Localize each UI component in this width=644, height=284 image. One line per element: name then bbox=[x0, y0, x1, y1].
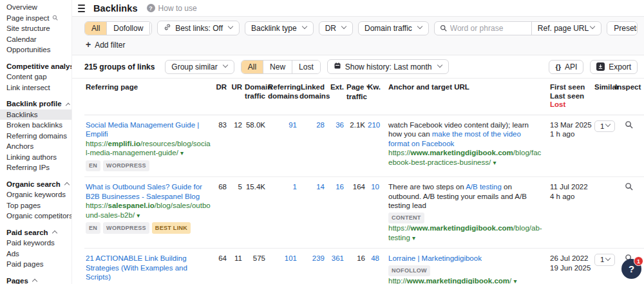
sidebar-section-backlink-profile[interactable]: Backlink profile bbox=[0, 99, 71, 109]
export-button[interactable]: Export bbox=[590, 60, 638, 74]
search-input[interactable] bbox=[450, 22, 526, 35]
url-expand-icon[interactable] bbox=[514, 277, 517, 284]
col-first-seen[interactable]: First seen Last seen Lost bbox=[545, 79, 593, 115]
menu-icon[interactable] bbox=[77, 3, 86, 14]
anchor-link[interactable]: A/B testing bbox=[466, 183, 502, 191]
ext-link[interactable]: 36 bbox=[336, 121, 344, 129]
referring-domains-link[interactable]: 1 bbox=[293, 183, 297, 191]
col-anchor-target[interactable]: Anchor and target URL bbox=[381, 79, 545, 115]
chevron-down-icon bbox=[301, 24, 307, 29]
col-dr[interactable]: DR bbox=[213, 79, 228, 115]
domain-traffic-dropdown[interactable]: Domain traffic bbox=[358, 21, 429, 35]
inspect-icon[interactable] bbox=[625, 182, 633, 193]
col-referring-page[interactable]: Referring page bbox=[84, 79, 213, 115]
chevron-down-icon bbox=[437, 62, 442, 68]
referring-page-title[interactable]: Social Media Management Guide | Emplifi bbox=[86, 121, 199, 138]
sidebar-item-page-inspect[interactable]: Page inspect bbox=[0, 13, 71, 24]
dr-value: 64 bbox=[213, 249, 228, 284]
ext-link[interactable]: 361 bbox=[332, 254, 344, 262]
col-linked-domains[interactable]: Linked domains bbox=[298, 79, 326, 115]
sidebar-item-site-structure[interactable]: Site structure bbox=[0, 23, 71, 34]
sidebar-item-overview[interactable]: Overview bbox=[0, 2, 71, 13]
url-expand-icon[interactable] bbox=[412, 234, 415, 241]
sidebar-item-ads[interactable]: Ads bbox=[0, 249, 71, 260]
language-badge: EN bbox=[86, 222, 100, 234]
ur-value: 11 bbox=[228, 249, 243, 284]
table-row: Social Media Management Guide | Emplifi … bbox=[84, 115, 644, 177]
referring-page-title[interactable]: 21 ACTIONABLE Link Building Strategies (… bbox=[86, 254, 187, 281]
sidebar-item-link-intersect[interactable]: Link intersect bbox=[0, 82, 71, 93]
referring-domains-link[interactable]: 91 bbox=[289, 121, 297, 129]
col-referring-domains[interactable]: Referring domains bbox=[267, 79, 298, 115]
main-content: Backlinks How to use All Dofollow Nofoll… bbox=[72, 0, 644, 284]
presets-dropdown[interactable]: Presets bbox=[607, 22, 638, 35]
sidebar-item-backlinks[interactable]: Backlinks bbox=[0, 109, 71, 120]
sidebar-item-referring-ips[interactable]: Referring IPs bbox=[0, 162, 71, 173]
filter-dofollow-tab[interactable]: Dofollow bbox=[107, 22, 150, 35]
url-expand-icon[interactable] bbox=[137, 211, 140, 219]
sidebar-section-competitive-analysis[interactable]: Competitive analysis bbox=[0, 61, 71, 72]
sidebar-item-organic-competitors[interactable]: Organic competitors bbox=[0, 211, 71, 222]
url-expand-icon[interactable] bbox=[180, 149, 184, 156]
col-page-traffic[interactable]: Pagetraffic bbox=[345, 79, 366, 115]
referring-domains-link[interactable]: 101 bbox=[285, 254, 297, 262]
linked-domains-link[interactable]: 28 bbox=[316, 121, 325, 129]
how-to-use-link[interactable]: How to use bbox=[147, 4, 197, 13]
backlink-type-dropdown[interactable]: Backlink type bbox=[245, 21, 314, 35]
sidebar-item-referring-domains[interactable]: Referring domains bbox=[0, 131, 71, 142]
follow-filter-group: All Dofollow Nofollow UGC bbox=[84, 21, 152, 35]
similar-dropdown[interactable]: 1 bbox=[594, 254, 615, 266]
linked-domains-link[interactable]: 14 bbox=[316, 183, 325, 191]
sidebar-item-calendar[interactable]: Calendar bbox=[0, 34, 71, 45]
col-similar[interactable]: Similar bbox=[593, 79, 614, 115]
kw-link[interactable]: 10 bbox=[371, 183, 379, 191]
referring-page-title[interactable]: What is Outbound Sales? Guide for B2B Bu… bbox=[86, 183, 202, 200]
api-button[interactable]: API bbox=[549, 60, 583, 74]
sidebar-item-opportunities[interactable]: Opportunities bbox=[0, 44, 71, 55]
referring-page-url[interactable]: https://www.robbierichards.com/seo/13-ki… bbox=[86, 282, 212, 284]
filter-all-tab[interactable]: All bbox=[85, 22, 107, 35]
sidebar-section-paid-search[interactable]: Paid search bbox=[0, 227, 71, 238]
ref-page-url-dropdown[interactable]: Ref. page URL bbox=[531, 22, 601, 35]
sidebar-section-organic-search[interactable]: Organic search bbox=[0, 179, 71, 190]
sidebar-item-top-pages[interactable]: Top pages bbox=[0, 200, 71, 211]
show-history-dropdown[interactable]: Show history: Last month bbox=[327, 59, 449, 74]
target-url[interactable]: http://www.marketingdigibook.com/ bbox=[388, 276, 544, 284]
referring-page-url[interactable]: https://salespanel.io/blog/sales/outboun… bbox=[86, 201, 212, 220]
anchor-link[interactable]: Lorraine | Marketingdigibook bbox=[388, 254, 482, 262]
sidebar-section-pages[interactable]: Pages bbox=[0, 276, 71, 284]
sidebar-item-organic-keywords[interactable]: Organic keywords bbox=[0, 189, 71, 200]
seen-dates: 26 Jul 202219 Jun 2025 bbox=[545, 249, 593, 284]
sidebar-item-anchors[interactable]: Anchors bbox=[0, 141, 71, 152]
similar-dropdown[interactable]: 1 bbox=[594, 120, 615, 133]
target-url[interactable]: https://www.marketingdigibook.com/blog/a… bbox=[388, 223, 544, 243]
col-domain-traffic[interactable]: Domain traffic bbox=[243, 79, 267, 115]
tab-lost[interactable]: Lost bbox=[292, 61, 320, 73]
dr-dropdown[interactable]: DR bbox=[319, 21, 353, 35]
tab-all[interactable]: All bbox=[242, 61, 263, 73]
sidebar-item-broken-backlinks[interactable]: Broken backlinks bbox=[0, 120, 71, 131]
tab-new[interactable]: New bbox=[263, 61, 292, 73]
url-expand-icon[interactable] bbox=[493, 158, 496, 166]
col-ur[interactable]: UR bbox=[228, 79, 243, 115]
group-similar-dropdown[interactable]: Group similar bbox=[165, 60, 234, 74]
inspect-icon[interactable] bbox=[625, 120, 633, 131]
ext-link[interactable]: 16 bbox=[336, 183, 344, 191]
table-row: What is Outbound Sales? Guide for B2B Bu… bbox=[84, 177, 644, 249]
sidebar-item-paid-keywords[interactable]: Paid keywords bbox=[0, 238, 71, 249]
filter-nofollow-tab[interactable]: Nofollow bbox=[150, 22, 152, 35]
sidebar-item-content-gap[interactable]: Content gap bbox=[0, 71, 71, 82]
referring-page-url[interactable]: https://emplifi.io/resources/blog/social… bbox=[86, 139, 212, 158]
sidebar-item-paid-pages[interactable]: Paid pages bbox=[0, 259, 71, 270]
linked-domains-link[interactable]: 239 bbox=[312, 254, 325, 262]
help-button[interactable]: 1 bbox=[621, 259, 641, 279]
backlinks-table: Referring page DR UR Domain traffic Refe… bbox=[84, 79, 644, 284]
add-filter-button[interactable]: Add filter bbox=[86, 41, 126, 50]
best-links-dropdown[interactable]: Best links: Off bbox=[157, 21, 240, 35]
kw-link[interactable]: 48 bbox=[371, 254, 379, 262]
col-inspect[interactable]: Inspect bbox=[614, 79, 644, 115]
results-toolbar: 215 groups of links Group similar All Ne… bbox=[72, 55, 644, 79]
target-url[interactable]: https://www.marketingdigibook.com/blog/f… bbox=[388, 148, 544, 167]
kw-link[interactable]: 210 bbox=[368, 121, 380, 129]
sidebar-item-linking-authors[interactable]: Linking authors bbox=[0, 152, 71, 163]
